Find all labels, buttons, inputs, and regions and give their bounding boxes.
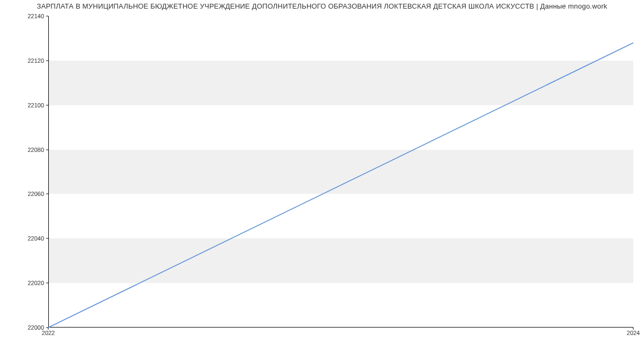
x-tick-label: 2022 xyxy=(42,330,55,336)
svg-line-0 xyxy=(48,43,633,328)
chart-title: ЗАРПЛАТА В МУНИЦИПАЛЬНОЕ БЮДЖЕТНОЕ УЧРЕЖ… xyxy=(0,2,644,10)
y-tick-label: 22060 xyxy=(6,191,44,197)
y-tick-label: 22120 xyxy=(6,57,44,64)
y-tick-label: 22000 xyxy=(6,324,44,331)
y-tick-label: 22080 xyxy=(6,147,44,153)
plot-area xyxy=(48,16,633,328)
x-tick-mark xyxy=(633,328,634,330)
y-tick-label: 22100 xyxy=(6,102,44,108)
chart-container: ЗАРПЛАТА В МУНИЦИПАЛЬНОЕ БЮДЖЕТНОЕ УЧРЕЖ… xyxy=(0,0,644,349)
line-series xyxy=(48,16,633,328)
y-tick-label: 22020 xyxy=(6,280,44,286)
x-tick-label: 2024 xyxy=(627,330,640,336)
y-tick-label: 22140 xyxy=(6,13,44,19)
y-tick-label: 22040 xyxy=(6,235,44,242)
